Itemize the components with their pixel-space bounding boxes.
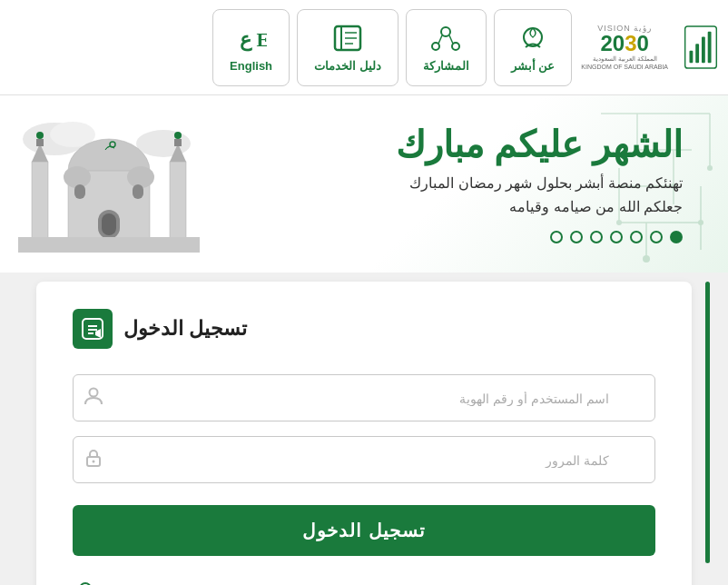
nav-item-english[interactable]: ع E English [212, 9, 290, 86]
lock-icon [84, 448, 103, 471]
banner-subtitle-line1: تهنئكم منصة أبشر بحلول شهر رمضان المبارك [218, 172, 683, 195]
banner-dot-7[interactable] [670, 231, 683, 243]
svg-rect-16 [708, 32, 712, 64]
login-icon-box [73, 309, 113, 349]
login-section-wrapper: تسجيل الدخول [18, 282, 710, 585]
banner-content: الشهر عليكم مبارك تهنئكم منصة أبشر بحلول… [218, 124, 710, 243]
vision-logo: VISION رؤية 2030 المملكة العربية السعودي… [581, 24, 668, 72]
svg-point-61 [93, 461, 95, 463]
svg-rect-14 [695, 44, 699, 63]
user-icon [84, 386, 103, 410]
svg-point-39 [36, 132, 44, 139]
svg-rect-36 [32, 162, 48, 239]
book-icon [331, 23, 364, 54]
svg-rect-53 [18, 237, 200, 253]
svg-rect-40 [170, 162, 186, 239]
banner-section: الشهر عليكم مبارك تهنئكم منصة أبشر بحلول… [0, 95, 728, 273]
logo-area: VISION رؤية 2030 المملكة العربية السعودي… [581, 24, 719, 72]
svg-rect-13 [690, 51, 694, 63]
mosque-illustration-container [18, 112, 218, 256]
nav-english-label: English [230, 59, 272, 73]
fingerprint-icon [81, 317, 104, 341]
svg-line-9 [438, 35, 442, 44]
svg-rect-52 [133, 184, 143, 199]
nav-service-guide-label: دليل الخدمات [314, 59, 381, 73]
password-input[interactable] [73, 436, 655, 483]
login-button[interactable]: تسجيل الدخول [73, 505, 655, 556]
svg-text:ع E: ع E [240, 28, 267, 52]
share-icon [429, 23, 462, 54]
banner-dot-1[interactable] [550, 231, 563, 243]
svg-point-32 [643, 255, 650, 263]
mosque-illustration-icon [18, 112, 200, 253]
nav-participation-label: المشاركة [423, 59, 469, 73]
english-icon: ع E [236, 23, 267, 54]
svg-point-59 [90, 389, 98, 397]
svg-point-7 [432, 43, 439, 50]
banner-dot-4[interactable] [610, 231, 623, 243]
nav-item-service-guide[interactable]: دليل الخدمات [297, 9, 398, 86]
banner-dot-2[interactable] [570, 231, 583, 243]
svg-point-6 [441, 27, 450, 36]
banner-dot-3[interactable] [590, 231, 603, 243]
banner-dot-6[interactable] [650, 231, 663, 243]
banner-subtitle-line2: جعلكم الله من صيامه وقيامه [218, 195, 683, 219]
svg-point-47 [127, 166, 154, 188]
svg-point-46 [64, 166, 91, 188]
green-accent-bar [705, 282, 710, 563]
nav-item-absher[interactable]: عن أبشر [494, 9, 573, 86]
svg-rect-51 [74, 184, 85, 199]
username-input[interactable] [73, 374, 655, 421]
nav-item-participation[interactable]: المشاركة [406, 9, 487, 86]
add-user-icon[interactable] [73, 578, 105, 585]
svg-rect-50 [102, 213, 116, 235]
bars-logo-icon [683, 25, 719, 70]
svg-rect-42 [174, 139, 182, 146]
login-form-container: تسجيل الدخول [36, 282, 692, 585]
svg-point-8 [452, 43, 459, 50]
svg-rect-38 [36, 139, 44, 146]
login-title: تسجيل الدخول [123, 317, 247, 341]
svg-line-10 [449, 35, 453, 44]
absher-icon [516, 23, 549, 54]
top-navigation: ع E English دليل الخدمات المشاركة عن [0, 0, 728, 95]
banner-title: الشهر عليكم مبارك [218, 124, 683, 164]
nav-absher-label: عن أبشر [511, 59, 556, 73]
username-field-group [73, 374, 655, 421]
banner-dot-5[interactable] [630, 231, 643, 243]
svg-point-43 [174, 132, 182, 139]
new-user-section: مستخدم جديد؟ [73, 578, 655, 585]
banner-dots [218, 231, 683, 243]
svg-rect-15 [702, 36, 705, 63]
login-header: تسجيل الدخول [73, 309, 655, 349]
svg-point-35 [136, 130, 191, 157]
password-field-group [73, 436, 655, 483]
